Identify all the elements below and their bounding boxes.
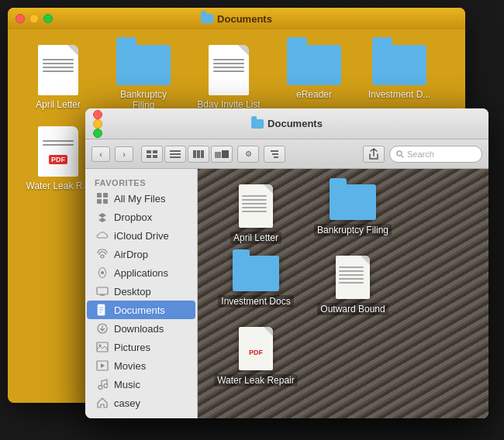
folder-icon: [116, 45, 171, 85]
documents-icon: [96, 304, 109, 316]
search-box[interactable]: Search: [389, 146, 482, 163]
content-item-investment-docs[interactable]: Investment Docs: [213, 256, 299, 315]
music-icon: [96, 378, 109, 390]
svg-rect-6: [170, 156, 181, 158]
sidebar-label: All My Files: [114, 193, 165, 205]
doc-lines: [339, 266, 364, 286]
bg-item-april-letter[interactable]: April Letter: [23, 45, 93, 111]
svg-rect-4: [170, 150, 181, 152]
sidebar-label: Music: [114, 379, 140, 390]
folder-icon: [372, 45, 426, 85]
downloads-icon: [96, 322, 109, 335]
sidebar-item-dropbox[interactable]: Dropbox: [87, 208, 195, 226]
svg-point-23: [101, 271, 104, 274]
bg-minimize-button[interactable]: [29, 14, 39, 23]
pictures-icon: [96, 341, 109, 353]
bg-title-folder-icon: [201, 14, 213, 23]
desktop-icon: [96, 285, 109, 297]
svg-rect-3: [153, 155, 157, 158]
finder-body: Favorites All My Files Dropbox iCloud Dr…: [85, 169, 488, 418]
svg-rect-17: [97, 193, 102, 198]
sidebar-label: AirDrop: [114, 249, 148, 260]
fg-title-folder-icon: [251, 119, 264, 129]
doc-icon: [209, 45, 249, 95]
sidebar: Favorites All My Files Dropbox iCloud Dr…: [85, 169, 198, 418]
sidebar-item-music[interactable]: Music: [87, 375, 195, 394]
back-button[interactable]: ‹: [91, 146, 110, 162]
sidebar-label: Downloads: [114, 323, 164, 335]
dropbox-icon: [96, 211, 109, 223]
folder-icon: [287, 45, 341, 85]
bg-item-investment-docs[interactable]: Investment D...: [364, 45, 434, 111]
bg-maximize-button[interactable]: [43, 14, 53, 23]
sidebar-item-downloads[interactable]: Downloads: [87, 319, 195, 338]
bg-close-button[interactable]: [16, 14, 25, 23]
sidebar-item-desktop[interactable]: Desktop: [87, 282, 195, 301]
bg-item-label: Investment D...: [368, 89, 431, 100]
content-item-april-letter[interactable]: April Letter: [213, 184, 299, 244]
pdf-icon: PDF: [38, 126, 78, 177]
svg-rect-33: [97, 342, 108, 352]
folder-icon: [233, 256, 279, 291]
content-item-label: Bankruptcy Filing: [314, 224, 392, 236]
bg-item-label: April Letter: [36, 99, 81, 110]
all-files-icon: [96, 192, 109, 205]
svg-line-16: [402, 155, 404, 157]
sidebar-item-icloud[interactable]: iCloud Drive: [87, 226, 195, 245]
cover-flow-button[interactable]: [211, 146, 233, 163]
fg-minimize-button[interactable]: [93, 119, 102, 129]
content-item-outward-bound[interactable]: Outward Bound: [310, 256, 395, 315]
gear-menu-button[interactable]: ⚙: [237, 146, 259, 163]
svg-rect-11: [222, 150, 229, 158]
bg-item-water-leak[interactable]: PDF Water Leak R...: [23, 126, 93, 191]
svg-rect-20: [103, 199, 108, 204]
doc-lines: [242, 195, 267, 215]
sidebar-item-pictures[interactable]: Pictures: [87, 338, 195, 356]
doc-icon: [38, 45, 78, 95]
airdrop-icon: [96, 248, 109, 260]
bg-item-bankruptcy-filing[interactable]: Bankruptcy Filing: [109, 45, 178, 111]
fg-traffic-lights: [93, 110, 102, 138]
sidebar-label: Pictures: [114, 342, 150, 353]
applications-icon: [96, 266, 109, 279]
sidebar-item-documents[interactable]: Documents: [87, 301, 195, 319]
svg-rect-13: [272, 153, 278, 155]
search-placeholder: Search: [407, 150, 434, 159]
content-item-bankruptcy[interactable]: Bankruptcy Filing: [310, 184, 395, 244]
svg-rect-1: [153, 150, 157, 153]
fg-maximize-button[interactable]: [93, 129, 102, 138]
sidebar-item-casey[interactable]: casey: [87, 394, 195, 412]
content-item-label: Investment Docs: [218, 295, 293, 308]
svg-rect-24: [97, 287, 108, 294]
fg-close-button[interactable]: [93, 110, 102, 119]
svg-rect-5: [170, 153, 181, 155]
sidebar-item-airdrop[interactable]: AirDrop: [87, 245, 195, 263]
list-view-button[interactable]: [164, 146, 186, 163]
movies-icon: [96, 359, 109, 372]
bg-item-ereader[interactable]: eReader: [279, 45, 349, 111]
sidebar-label: Applications: [114, 267, 168, 279]
doc-lines: [213, 59, 244, 74]
sidebar-label: Dropbox: [114, 211, 152, 223]
sidebar-label: Documents: [114, 304, 165, 316]
sidebar-label: Movies: [114, 360, 146, 372]
sidebar-item-all-my-files[interactable]: All My Files: [87, 189, 195, 208]
bg-item-bday-invite[interactable]: Bday Invite List: [194, 45, 264, 111]
column-view-button[interactable]: [188, 146, 209, 163]
arrange-button[interactable]: [264, 146, 285, 163]
doc-lines: [43, 59, 74, 74]
svg-point-38: [104, 384, 108, 388]
content-item-label: April Letter: [230, 232, 281, 244]
forward-button[interactable]: ›: [115, 146, 133, 162]
svg-rect-19: [97, 199, 102, 204]
share-button[interactable]: [363, 146, 385, 163]
svg-rect-10: [215, 152, 221, 158]
home-icon: [96, 397, 109, 409]
sidebar-item-movies[interactable]: Movies: [87, 356, 195, 375]
svg-rect-9: [201, 150, 204, 158]
doc-lines: [43, 140, 74, 148]
sidebar-item-applications[interactable]: Applications: [87, 263, 195, 282]
pdf-badge: PDF: [249, 349, 263, 356]
icon-view-button[interactable]: [141, 146, 163, 163]
content-item-water-leak[interactable]: PDF Water Leak Repair: [213, 327, 299, 387]
